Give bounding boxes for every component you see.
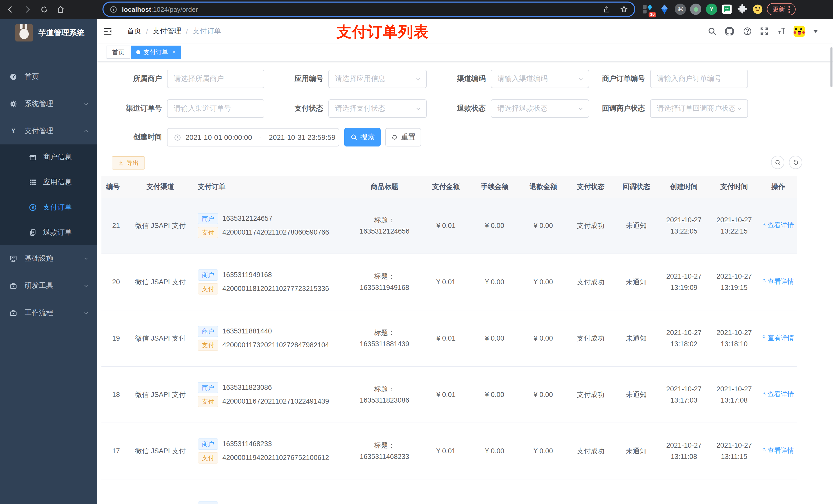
pay-tag: 支付	[198, 396, 218, 407]
chrome-menu-icon[interactable]	[788, 5, 790, 14]
table-row[interactable]: 17微信 JSAPI 支付商户1635311468233支付4200001194…	[101, 423, 797, 479]
help-icon[interactable]	[743, 27, 752, 36]
sidebar-item-system-management[interactable]: 系统管理	[0, 90, 97, 117]
column-header: 回调状态	[614, 181, 659, 192]
filter-field-merchant-order-no: 商户订单编号请输入商户订单编号	[578, 70, 748, 88]
sidebar-item-infrastructure[interactable]: 基础设施	[0, 245, 97, 272]
home-icon[interactable]	[56, 5, 65, 14]
filter-label: 退款状态	[419, 104, 486, 113]
user-avatar[interactable]	[793, 26, 805, 37]
select-refund-status[interactable]: 请选择退款状态	[491, 99, 589, 118]
sidebar-item-home[interactable]: 首页	[0, 63, 97, 90]
dot-extension-icon[interactable]	[690, 4, 701, 15]
table-row[interactable]: 20微信 JSAPI 支付商户1635311949168支付4200001181…	[101, 254, 797, 310]
sidebar-menu: 首页系统管理¥支付管理商户信息应用信息¥支付订单退款订单基础设施研发工具工作流程	[0, 63, 97, 326]
url-bar[interactable]: localhost:1024/pay/order	[102, 2, 635, 17]
sidebar-item-refund-order[interactable]: 退款订单	[0, 220, 97, 245]
table-row[interactable]: 18微信 JSAPI 支付商户1635311823086支付4200001167…	[101, 367, 797, 423]
export-button[interactable]: 导出	[112, 156, 145, 170]
select-app-no[interactable]: 请选择应用信息	[328, 70, 427, 88]
sidebar-item-payment-management[interactable]: ¥支付管理	[0, 117, 97, 144]
create-time-cell: 2021-10-2713:19:09	[659, 271, 709, 293]
input-merchant-order-no[interactable]: 请输入商户订单编号	[650, 70, 748, 88]
sidebar-item-pay-order[interactable]: ¥支付订单	[0, 195, 97, 220]
github-icon[interactable]	[725, 27, 734, 36]
search-icon[interactable]	[708, 27, 717, 36]
sidebar-item-app-info[interactable]: 应用信息	[0, 170, 97, 195]
svg-text:¥: ¥	[11, 127, 15, 134]
pay-transaction-line: 支付4200001174202110278060590766	[198, 227, 344, 238]
sidebar-item-dev-tools[interactable]: 研发工具	[0, 272, 97, 299]
y-extension-icon[interactable]: Y	[706, 4, 717, 15]
create-time-cell: 2021-10-2713:22:05	[659, 214, 709, 237]
order-id-cell: 17	[101, 446, 127, 456]
font-size-icon[interactable]	[777, 27, 786, 36]
filter-field-refund-status: 退款状态请选择退款状态	[419, 99, 589, 118]
command-extension-icon[interactable]: ⌘	[675, 4, 686, 15]
extension-tiles-icon[interactable]: 10	[642, 4, 653, 15]
close-tab-icon[interactable]: ×	[172, 49, 176, 56]
select-channel-code[interactable]: 请输入渠道编码	[491, 70, 589, 88]
refund-amount-cell: ¥ 0.00	[519, 276, 568, 287]
search-button[interactable]: 搜索	[344, 128, 381, 146]
back-icon[interactable]	[6, 5, 15, 14]
forward-icon[interactable]	[23, 5, 32, 14]
sidebar-item-workflow[interactable]: 工作流程	[0, 299, 97, 326]
table-row[interactable]: 19微信 JSAPI 支付商户1635311881440支付4200001173…	[101, 310, 797, 367]
avatar-caret-icon[interactable]	[813, 30, 818, 33]
view-detail-link[interactable]: 查看详情	[762, 446, 794, 456]
column-header: 支付订单	[194, 181, 347, 192]
chat-extension-icon[interactable]	[721, 4, 733, 15]
pay-status-cell: 支付成功	[568, 333, 614, 344]
placeholder-text: 请选择所属商户	[174, 74, 224, 83]
breadcrumb-home[interactable]: 首页	[127, 27, 141, 36]
sidebar-logo[interactable]: 芋道管理系统	[0, 24, 85, 42]
merchant-tag: 商户	[198, 269, 218, 281]
view-detail-link[interactable]: 查看详情	[762, 389, 794, 400]
chrome-update-button[interactable]: 更新	[767, 3, 795, 15]
page-content: 所属商户请选择所属商户应用编号请选择应用信息渠道编码请输入渠道编码商户订单编号请…	[97, 62, 833, 504]
placeholder-text: 请选择应用信息	[335, 74, 385, 83]
input-merchant[interactable]: 请选择所属商户	[167, 70, 264, 88]
download-icon	[118, 160, 124, 166]
date-end: 2021-10-31 23:59:59	[269, 133, 335, 141]
tab-home[interactable]: 首页	[106, 46, 130, 59]
reset-button[interactable]: 重置	[385, 128, 421, 146]
collapse-sidebar-icon[interactable]	[102, 26, 113, 37]
filter-label: 渠道订单号	[97, 104, 162, 113]
bookmark-star-icon[interactable]	[620, 5, 628, 13]
select-pay-status[interactable]: 请选择支付状态	[328, 99, 427, 118]
hide-search-button[interactable]	[771, 156, 784, 169]
sidebar-item-label: 退款订单	[43, 228, 72, 237]
refresh-table-button[interactable]	[789, 156, 802, 169]
kite-extension-icon[interactable]	[659, 4, 670, 15]
page-scrollbar[interactable]	[830, 47, 832, 87]
tab-pay-order[interactable]: 支付订单 ×	[130, 46, 181, 59]
product-title-cell: 标题：1635311823086	[347, 384, 422, 406]
view-detail-link[interactable]: 查看详情	[762, 220, 794, 231]
view-detail-link[interactable]: 查看详情	[762, 277, 794, 287]
input-channel-order-no[interactable]: 请输入渠道订单号	[167, 99, 264, 118]
share-icon[interactable]	[603, 5, 611, 13]
pay-channel-cell: 微信 JSAPI 支付	[127, 276, 194, 287]
extension-badge: 10	[648, 12, 656, 18]
column-header: 手续金额	[470, 181, 519, 192]
sidebar-item-merchant-info[interactable]: 商户信息	[0, 144, 97, 170]
merchant-tag: 商户	[198, 326, 218, 337]
view-detail-link[interactable]: 查看详情	[762, 333, 794, 344]
site-info-icon[interactable]	[110, 5, 117, 13]
table-row[interactable]: 21微信 JSAPI 支付商户1635312124657支付4200001174…	[101, 198, 797, 254]
merchant-order-line: 商户1635311823086	[198, 382, 344, 393]
refund-amount-cell: ¥ 0.00	[519, 389, 568, 400]
order-id-cell: 18	[101, 389, 127, 400]
extensions-puzzle-icon[interactable]	[737, 4, 748, 15]
profile-avatar-icon[interactable]	[752, 4, 763, 15]
table-row[interactable]: 商户1635311354786	[101, 479, 797, 504]
select-callback-status[interactable]: 请选择订单回调商户状态	[650, 99, 748, 118]
placeholder-text: 请输入渠道订单号	[174, 104, 231, 113]
reload-icon[interactable]	[40, 5, 49, 14]
date-range-input[interactable]: 2021-10-01 00:00:00 - 2021-10-31 23:59:5…	[167, 128, 339, 146]
placeholder-text: 请输入商户订单编号	[657, 74, 721, 83]
breadcrumb-current: 支付订单	[193, 27, 221, 36]
fullscreen-icon[interactable]	[760, 27, 769, 36]
